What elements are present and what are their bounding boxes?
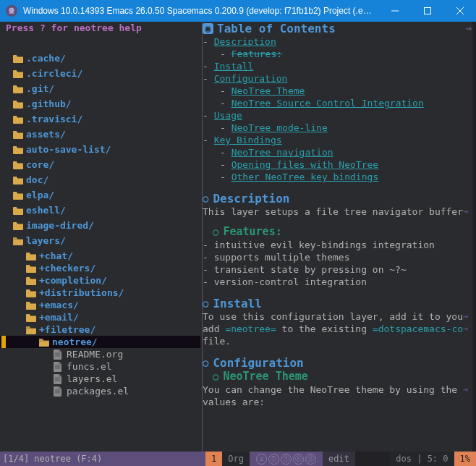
folder-icon (13, 221, 23, 230)
list-item: - supports multiple themes (203, 251, 472, 263)
tree-item[interactable]: .travisci/ (0, 113, 200, 125)
tree-item[interactable]: .circleci/ (0, 67, 200, 80)
folder-icon (26, 301, 36, 310)
tree-item[interactable]: +completion/ (0, 274, 200, 287)
folder-icon (39, 338, 49, 347)
tree-item[interactable]: +chat/ (0, 250, 200, 262)
minimize-button[interactable] (378, 0, 411, 22)
window-title: Windows 10.0.14393 Emacs 26.0.50 Spacema… (23, 6, 378, 16)
folder-icon (13, 54, 23, 63)
maximize-button[interactable] (411, 0, 443, 22)
modeline: [1/4] neotree (F:4) 1 Org a➆ⓎⓀⓈ edit dos… (0, 452, 476, 466)
folder-icon (26, 252, 36, 260)
section-heading: ○Install (203, 297, 472, 310)
toc-link[interactable]: - Install (203, 60, 472, 72)
toc-link[interactable]: - Usage (203, 109, 472, 122)
toc-link[interactable]: - Configuration (203, 72, 472, 85)
tree-item[interactable]: .cache/ (0, 52, 200, 64)
neotree-help-text: Press ? for neotree help (6, 22, 142, 33)
folder-icon (13, 130, 23, 139)
tree-item[interactable]: README.org (0, 348, 200, 360)
list-item: - version-control integration (203, 276, 472, 288)
folder-icon (13, 237, 23, 245)
tree-item[interactable]: layers/ (0, 234, 200, 247)
folder-icon (26, 313, 36, 322)
tree-item[interactable]: auto-save-list/ (0, 143, 200, 156)
folder-icon (13, 145, 23, 154)
tree-item[interactable]: core/ (0, 158, 200, 171)
section-heading: ○Description (203, 192, 472, 206)
toc-link[interactable]: - NeoTree Source Control Integration (203, 97, 472, 109)
toc-link[interactable]: - Features: (203, 48, 472, 60)
body-text: values are: (203, 396, 472, 408)
modeline-left: [1/4] neotree (F:4) (0, 452, 205, 466)
modeline-minor-modes: a➆ⓎⓀⓈ (250, 452, 323, 466)
toc-link[interactable]: - NeoTree Theme (203, 85, 472, 97)
toc-link[interactable]: - NeoTree mode-line (203, 122, 472, 134)
window-titlebar: Windows 10.0.14393 Emacs 26.0.50 Spacema… (0, 0, 476, 22)
modeline-encoding: dos | 5: 0 (390, 452, 454, 466)
tree-item[interactable]: packages.el (0, 385, 200, 397)
folder-icon (13, 69, 23, 78)
folder-icon (13, 176, 23, 185)
folder-icon (26, 326, 36, 334)
modeline-major-mode: Org (222, 452, 250, 466)
folder-icon (13, 85, 23, 93)
tree-item[interactable]: +checkers/ (0, 262, 200, 274)
folder-icon (26, 289, 36, 297)
body-text: You can change the NeoTree theme by usin… (203, 384, 472, 396)
tree-item[interactable]: .git/ (0, 82, 200, 95)
section-heading: ○Configuration (203, 356, 472, 370)
toc-heading: ◉Table of Contents➔ (203, 22, 472, 35)
neotree-panel[interactable]: Press ? for neotree help.cache/.circleci… (0, 22, 203, 452)
right-gutter (472, 22, 476, 452)
folder-icon (13, 206, 23, 215)
modeline-window-number: 1 (205, 452, 222, 466)
tree-item[interactable]: +distributions/ (0, 287, 200, 299)
toc-link[interactable]: - NeoTree navigation (203, 146, 472, 158)
toc-link[interactable]: - Description (203, 35, 472, 48)
toc-link[interactable]: - Opening files with NeoTree (203, 158, 472, 171)
toc-link[interactable]: - Key Bindings (203, 134, 472, 146)
tree-item[interactable]: doc/ (0, 174, 200, 186)
file-icon (54, 386, 62, 397)
close-button[interactable] (443, 0, 476, 22)
folder-icon (13, 100, 23, 109)
modeline-edit: edit (323, 452, 355, 466)
tree-item[interactable]: neotree/ (0, 336, 200, 348)
subsection-heading: ○Features: (203, 225, 472, 239)
tree-item[interactable]: +filetree/ (0, 323, 200, 336)
tree-item[interactable]: eshell/ (0, 204, 200, 216)
list-item: - intuitive evil key-bindings integratio… (203, 239, 472, 251)
folder-icon (13, 191, 23, 200)
folder-icon (13, 115, 23, 124)
folder-icon (26, 276, 36, 285)
tree-item[interactable]: funcs.el (0, 360, 200, 373)
body-text: add =neotree= to the existing =dotspacem… (203, 323, 472, 335)
toc-link[interactable]: - Other NeoTree key bindings (203, 171, 472, 183)
body-text: This layer setups a file tree navigator … (203, 206, 472, 218)
file-icon (54, 362, 62, 372)
file-icon (54, 374, 62, 384)
body-text: To use this configuration layer, add it … (203, 310, 472, 323)
modeline-percent: 1% (454, 452, 476, 466)
document-panel[interactable]: ◉Table of Contents➔- Description- Featur… (203, 22, 472, 452)
folder-icon (26, 264, 36, 273)
tree-item[interactable]: +email/ (0, 311, 200, 323)
subsection-heading: ○NeoTree Theme (203, 370, 472, 384)
folder-icon (13, 161, 23, 169)
body-text: file. (203, 335, 472, 347)
tree-item[interactable]: image-dired/ (0, 219, 200, 232)
tree-item[interactable]: .github/ (0, 98, 200, 110)
tree-item[interactable]: +emacs/ (0, 299, 200, 311)
tree-item[interactable]: assets/ (0, 128, 200, 140)
app-icon (6, 5, 17, 17)
list-item: - transient state by pressing on ~?~ (203, 263, 472, 276)
tree-item[interactable]: elpa/ (0, 189, 200, 201)
file-icon (54, 350, 62, 360)
tree-item[interactable]: layers.el (0, 373, 200, 385)
svg-rect-1 (424, 8, 430, 14)
